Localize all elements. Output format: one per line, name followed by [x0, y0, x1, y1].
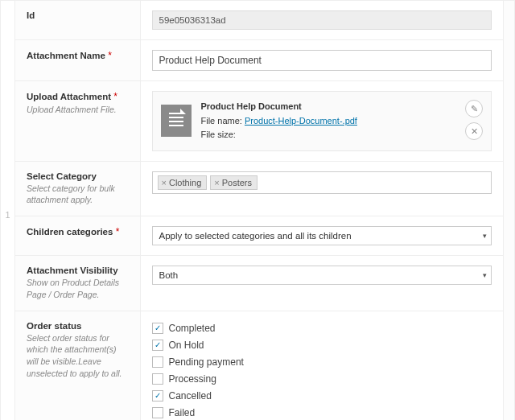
svg-rect-4	[169, 125, 183, 126]
form-table: Id 59e05036313ad Attachment Name * Uploa…	[15, 1, 503, 420]
children-label: Children categories	[27, 227, 113, 237]
remove-attachment-button[interactable]: ✕	[465, 122, 483, 140]
order-status-option[interactable]: Completed	[152, 323, 492, 334]
checkbox-checked[interactable]	[152, 340, 163, 351]
row-index: 1	[5, 210, 10, 220]
svg-rect-1	[169, 113, 180, 114]
id-value: 59e05036313ad	[152, 10, 492, 30]
order-status-option[interactable]: Cancelled	[152, 390, 492, 401]
required-marker: *	[113, 91, 117, 102]
required-marker: *	[116, 226, 120, 237]
order-status-label: Order status	[27, 321, 129, 331]
order-status-option-label: Pending payment	[169, 356, 244, 368]
attachment-file-box: Product Help Document File name: Product…	[152, 91, 492, 151]
close-icon: ✕	[471, 126, 478, 137]
visibility-select[interactable]: Both	[152, 266, 492, 285]
visibility-desc: Show on Product Details Page / Order Pag…	[27, 277, 129, 300]
checkbox-checked[interactable]	[152, 323, 163, 334]
order-status-option-label: Cancelled	[169, 390, 212, 401]
visibility-label: Attachment Visibility	[27, 266, 129, 275]
row-index-gutter: 1	[1, 1, 15, 420]
svg-rect-3	[169, 121, 183, 122]
pencil-icon: ✎	[471, 104, 478, 114]
file-size-label: File size:	[201, 130, 236, 139]
attachment-info: Product Help Document File name: Product…	[201, 100, 357, 142]
order-status-option-label: Completed	[169, 323, 216, 334]
tag-remove-icon: ×	[214, 178, 219, 187]
children-categories-select[interactable]: Apply to selected categories and all its…	[152, 226, 492, 245]
order-status-option[interactable]: On Hold	[152, 340, 492, 351]
order-status-option[interactable]: Pending payment	[152, 356, 492, 368]
document-icon	[161, 105, 192, 137]
attachment-name-label: Attachment Name	[27, 51, 105, 60]
checkbox-unchecked[interactable]	[152, 356, 163, 368]
tag-remove-icon: ×	[162, 178, 167, 187]
category-tag[interactable]: × Posters	[210, 175, 258, 190]
file-name-label: File name:	[201, 116, 245, 126]
upload-desc: Upload Attachment File.	[27, 104, 129, 116]
svg-rect-2	[169, 117, 183, 118]
id-label: Id	[27, 10, 129, 20]
category-label: Select Category	[27, 171, 129, 181]
order-status-option-label: Processing	[169, 373, 216, 385]
required-marker: *	[108, 50, 112, 61]
file-name-link[interactable]: Product-Help-Document-.pdf	[245, 116, 357, 126]
order-status-checklist: CompletedOn HoldPending paymentProcessin…	[152, 321, 492, 420]
checkbox-checked[interactable]	[152, 390, 163, 401]
category-desc: Select category for bulk attachment appl…	[27, 183, 129, 206]
form-panel: 1 Id 59e05036313ad Attachment Name * Upl…	[0, 0, 515, 420]
order-status-desc: Select order status for which the attach…	[27, 332, 129, 380]
upload-label: Upload Attachment	[27, 92, 111, 101]
attachment-title: Product Help Document	[201, 100, 357, 114]
attachment-name-input[interactable]	[152, 50, 492, 71]
edit-attachment-button[interactable]: ✎	[465, 100, 483, 117]
category-tag[interactable]: × Clothing	[158, 175, 208, 190]
right-gutter	[503, 1, 514, 420]
checkbox-unchecked[interactable]	[152, 373, 163, 385]
order-status-option-label: Failed	[169, 407, 196, 418]
category-tag-input[interactable]: × Clothing× Posters	[152, 171, 492, 194]
order-status-option[interactable]: Processing	[152, 373, 492, 385]
order-status-option[interactable]: Failed	[152, 407, 492, 418]
order-status-option-label: On Hold	[169, 340, 204, 351]
checkbox-unchecked[interactable]	[152, 407, 163, 418]
